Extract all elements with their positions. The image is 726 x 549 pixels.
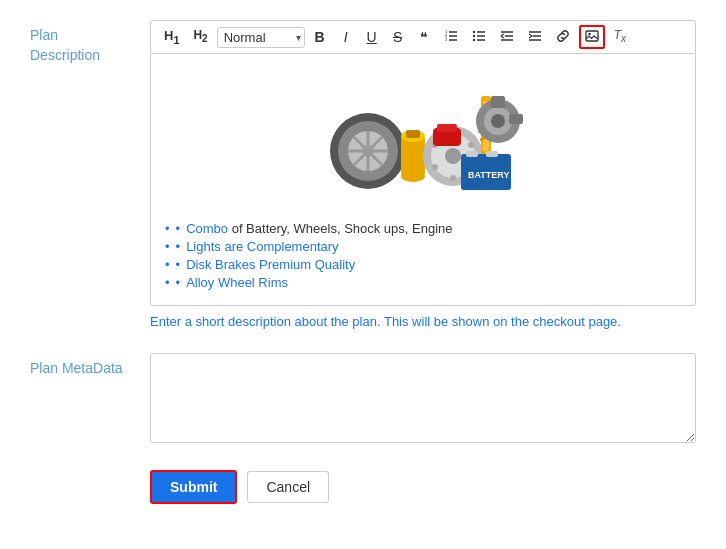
plan-description-content: H1 H2 Normal Heading 1 Heading 2 Heading…: [150, 20, 696, 329]
indent-increase-button[interactable]: [523, 26, 547, 48]
svg-point-19: [588, 33, 590, 35]
h1-button[interactable]: H1: [159, 26, 184, 48]
submit-button[interactable]: Submit: [150, 470, 237, 504]
svg-rect-31: [406, 130, 420, 138]
plan-metadata-input[interactable]: [150, 353, 696, 443]
svg-point-47: [491, 114, 505, 128]
svg-rect-52: [486, 151, 498, 157]
rich-text-editor: H1 H2 Normal Heading 1 Heading 2 Heading…: [150, 20, 696, 306]
format-select-wrap[interactable]: Normal Heading 1 Heading 2 Heading 3 ▾: [217, 27, 305, 48]
editor-toolbar: H1 H2 Normal Heading 1 Heading 2 Heading…: [151, 21, 695, 54]
image-button[interactable]: [579, 25, 605, 49]
editor-body[interactable]: BATTERY • Combo of Battery, Wheels, Shoc…: [151, 54, 695, 305]
svg-rect-18: [586, 31, 598, 41]
svg-point-8: [472, 35, 474, 37]
format-select[interactable]: Normal Heading 1 Heading 2 Heading 3: [217, 27, 305, 48]
italic-button[interactable]: I: [335, 27, 357, 47]
svg-point-39: [432, 164, 438, 170]
svg-rect-51: [466, 151, 478, 157]
svg-point-6: [472, 31, 474, 33]
plan-description-label: Plan Description: [30, 20, 150, 329]
svg-rect-42: [437, 124, 457, 132]
plan-metadata-label: Plan MetaData: [30, 353, 150, 446]
blockquote-button[interactable]: ❝: [413, 27, 435, 47]
plan-description-group: Plan Description H1 H2 Normal Heading 1 …: [30, 20, 696, 329]
svg-rect-48: [491, 96, 505, 108]
plan-metadata-content: [150, 353, 696, 446]
list-item: • Combo of Battery, Wheels, Shock ups, E…: [165, 221, 681, 236]
svg-point-36: [468, 142, 474, 148]
underline-button[interactable]: U: [361, 27, 383, 47]
svg-point-34: [445, 148, 461, 164]
bold-button[interactable]: B: [309, 27, 331, 47]
list-item: • Lights are Complementary: [165, 239, 681, 254]
svg-point-38: [450, 175, 456, 181]
plan-metadata-group: Plan MetaData: [30, 353, 696, 446]
list-item: • Alloy Wheel Rims: [165, 275, 681, 290]
editor-image: BATTERY: [165, 66, 681, 209]
svg-text:3: 3: [445, 37, 448, 42]
unordered-list-button[interactable]: [467, 26, 491, 48]
list-item: • Disk Brakes Premium Quality: [165, 257, 681, 272]
link-button[interactable]: [551, 26, 575, 48]
bullet-icon: •: [176, 221, 181, 236]
svg-rect-49: [509, 114, 523, 124]
indent-decrease-button[interactable]: [495, 26, 519, 48]
clear-format-button[interactable]: Tx: [609, 26, 631, 47]
h2-button[interactable]: H2: [188, 26, 212, 47]
editor-list: • Combo of Battery, Wheels, Shock ups, E…: [165, 221, 681, 290]
form-actions: Submit Cancel: [150, 470, 696, 504]
bullet-icon: •: [176, 239, 181, 254]
bullet-icon: •: [176, 257, 181, 272]
svg-point-10: [472, 39, 474, 41]
hint-text: Enter a short description about the plan…: [150, 314, 696, 329]
svg-text:BATTERY: BATTERY: [468, 170, 510, 180]
bullet-icon: •: [176, 275, 181, 290]
cancel-button[interactable]: Cancel: [247, 471, 329, 503]
ordered-list-button[interactable]: 1 2 3: [439, 26, 463, 48]
strikethrough-button[interactable]: S: [387, 27, 409, 47]
